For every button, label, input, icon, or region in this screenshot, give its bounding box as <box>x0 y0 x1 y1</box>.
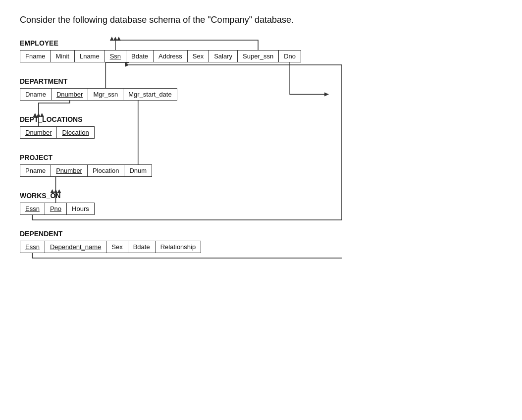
cell-essn: Essn <box>20 241 45 253</box>
dept-locations-section: DEPT_LOCATIONS DnumberDlocation <box>20 115 502 139</box>
cell-bdate: Bdate <box>128 241 156 253</box>
dept-locations-title: DEPT_LOCATIONS <box>20 115 502 123</box>
cell-mgr-ssn: Mgr_ssn <box>88 88 123 101</box>
works-on-title: WORKS_ON <box>20 192 502 200</box>
intro-text: Consider the following database schema o… <box>20 15 502 25</box>
cell-essn: Essn <box>20 203 45 215</box>
department-title: DEPARTMENT <box>20 77 502 85</box>
dependent-title: DEPENDENT <box>20 230 502 238</box>
cell-address: Address <box>153 50 188 62</box>
cell-pnumber: Pnumber <box>51 164 88 177</box>
department-table-row: DnameDnumberMgr_ssnMgr_start_date <box>20 88 502 101</box>
department-section: DEPARTMENT DnameDnumberMgr_ssnMgr_start_… <box>20 77 502 101</box>
cell-sex: Sex <box>106 241 128 253</box>
cell-dependent-name: Dependent_name <box>45 241 106 253</box>
employee-table-row: FnameMinitLnameSsnBdateAddressSexSalaryS… <box>20 50 502 62</box>
cell-pno: Pno <box>45 203 67 215</box>
cell-bdate: Bdate <box>126 50 154 62</box>
cell-dnumber: Dnumber <box>20 126 57 139</box>
cell-pname: Pname <box>20 164 51 177</box>
dept-locations-table-row: DnumberDlocation <box>20 126 502 139</box>
cell-ssn: Ssn <box>104 50 126 62</box>
cell-dno: Dno <box>278 50 301 62</box>
cell-dlocation: Dlocation <box>56 126 94 139</box>
cell-hours: Hours <box>66 203 95 215</box>
cell-salary: Salary <box>209 50 238 62</box>
works-on-table-row: EssnPnoHours <box>20 203 502 215</box>
cell-mgr-start-date: Mgr_start_date <box>123 88 177 101</box>
cell-fname: Fname <box>20 50 51 62</box>
cell-dnumber: Dnumber <box>51 88 88 101</box>
cell-dnum: Dnum <box>124 164 152 177</box>
cell-lname: Lname <box>74 50 105 62</box>
employee-title: EMPLOYEE <box>20 39 502 47</box>
cell-plocation: Plocation <box>87 164 124 177</box>
cell-sex: Sex <box>187 50 209 62</box>
cell-dname: Dname <box>20 88 52 101</box>
employee-section: EMPLOYEE FnameMinitLnameSsnBdateAddressS… <box>20 39 502 62</box>
works-on-section: WORKS_ON EssnPnoHours <box>20 192 502 215</box>
project-table-row: PnamePnumberPlocationDnum <box>20 164 502 177</box>
dependent-table-row: EssnDependent_nameSexBdateRelationship <box>20 241 502 253</box>
dependent-section: DEPENDENT EssnDependent_nameSexBdateRela… <box>20 230 502 253</box>
project-section: PROJECT PnamePnumberPlocationDnum <box>20 154 502 177</box>
cell-relationship: Relationship <box>155 241 202 253</box>
cell-super-ssn: Super_ssn <box>237 50 279 62</box>
project-title: PROJECT <box>20 154 502 161</box>
cell-minit: Minit <box>50 50 74 62</box>
